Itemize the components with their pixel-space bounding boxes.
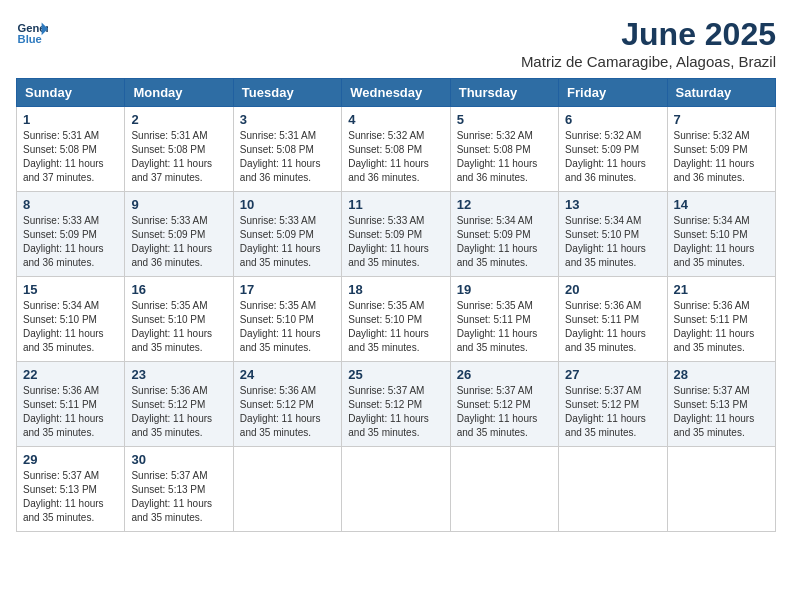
day-info: Sunrise: 5:36 AM Sunset: 5:11 PM Dayligh… [565, 299, 660, 355]
day-number: 1 [23, 112, 118, 127]
day-info: Sunrise: 5:31 AM Sunset: 5:08 PM Dayligh… [240, 129, 335, 185]
day-info: Sunrise: 5:37 AM Sunset: 5:12 PM Dayligh… [348, 384, 443, 440]
day-number: 7 [674, 112, 769, 127]
day-info: Sunrise: 5:31 AM Sunset: 5:08 PM Dayligh… [23, 129, 118, 185]
day-info: Sunrise: 5:36 AM Sunset: 5:11 PM Dayligh… [23, 384, 118, 440]
day-number: 21 [674, 282, 769, 297]
calendar-cell: 16 Sunrise: 5:35 AM Sunset: 5:10 PM Dayl… [125, 277, 233, 362]
day-info: Sunrise: 5:35 AM Sunset: 5:10 PM Dayligh… [348, 299, 443, 355]
calendar-cell [450, 447, 558, 532]
calendar-cell: 15 Sunrise: 5:34 AM Sunset: 5:10 PM Dayl… [17, 277, 125, 362]
calendar-cell [342, 447, 450, 532]
week-row-1: 1 Sunrise: 5:31 AM Sunset: 5:08 PM Dayli… [17, 107, 776, 192]
calendar-cell: 3 Sunrise: 5:31 AM Sunset: 5:08 PM Dayli… [233, 107, 341, 192]
day-info: Sunrise: 5:32 AM Sunset: 5:08 PM Dayligh… [457, 129, 552, 185]
day-number: 9 [131, 197, 226, 212]
weekday-header-row: SundayMondayTuesdayWednesdayThursdayFrid… [17, 79, 776, 107]
day-info: Sunrise: 5:35 AM Sunset: 5:10 PM Dayligh… [131, 299, 226, 355]
day-info: Sunrise: 5:37 AM Sunset: 5:13 PM Dayligh… [674, 384, 769, 440]
day-number: 11 [348, 197, 443, 212]
day-number: 29 [23, 452, 118, 467]
calendar-cell: 11 Sunrise: 5:33 AM Sunset: 5:09 PM Dayl… [342, 192, 450, 277]
day-info: Sunrise: 5:35 AM Sunset: 5:11 PM Dayligh… [457, 299, 552, 355]
day-info: Sunrise: 5:35 AM Sunset: 5:10 PM Dayligh… [240, 299, 335, 355]
day-info: Sunrise: 5:37 AM Sunset: 5:12 PM Dayligh… [565, 384, 660, 440]
calendar-cell: 12 Sunrise: 5:34 AM Sunset: 5:09 PM Dayl… [450, 192, 558, 277]
day-number: 10 [240, 197, 335, 212]
day-number: 23 [131, 367, 226, 382]
calendar-cell: 26 Sunrise: 5:37 AM Sunset: 5:12 PM Dayl… [450, 362, 558, 447]
day-info: Sunrise: 5:37 AM Sunset: 5:13 PM Dayligh… [23, 469, 118, 525]
calendar-title: June 2025 [521, 16, 776, 53]
week-row-3: 15 Sunrise: 5:34 AM Sunset: 5:10 PM Dayl… [17, 277, 776, 362]
day-info: Sunrise: 5:32 AM Sunset: 5:09 PM Dayligh… [565, 129, 660, 185]
day-info: Sunrise: 5:33 AM Sunset: 5:09 PM Dayligh… [131, 214, 226, 270]
calendar-cell [667, 447, 775, 532]
calendar-cell: 25 Sunrise: 5:37 AM Sunset: 5:12 PM Dayl… [342, 362, 450, 447]
day-info: Sunrise: 5:36 AM Sunset: 5:11 PM Dayligh… [674, 299, 769, 355]
calendar-cell: 20 Sunrise: 5:36 AM Sunset: 5:11 PM Dayl… [559, 277, 667, 362]
day-number: 25 [348, 367, 443, 382]
calendar-cell: 1 Sunrise: 5:31 AM Sunset: 5:08 PM Dayli… [17, 107, 125, 192]
day-number: 19 [457, 282, 552, 297]
calendar-subtitle: Matriz de Camaragibe, Alagoas, Brazil [521, 53, 776, 70]
calendar-cell: 29 Sunrise: 5:37 AM Sunset: 5:13 PM Dayl… [17, 447, 125, 532]
title-area: June 2025 Matriz de Camaragibe, Alagoas,… [521, 16, 776, 70]
calendar-cell: 9 Sunrise: 5:33 AM Sunset: 5:09 PM Dayli… [125, 192, 233, 277]
calendar-cell: 2 Sunrise: 5:31 AM Sunset: 5:08 PM Dayli… [125, 107, 233, 192]
day-info: Sunrise: 5:34 AM Sunset: 5:10 PM Dayligh… [565, 214, 660, 270]
day-number: 13 [565, 197, 660, 212]
calendar-cell: 17 Sunrise: 5:35 AM Sunset: 5:10 PM Dayl… [233, 277, 341, 362]
calendar-cell: 27 Sunrise: 5:37 AM Sunset: 5:12 PM Dayl… [559, 362, 667, 447]
svg-text:Blue: Blue [18, 33, 42, 45]
calendar-cell [233, 447, 341, 532]
week-row-4: 22 Sunrise: 5:36 AM Sunset: 5:11 PM Dayl… [17, 362, 776, 447]
day-number: 28 [674, 367, 769, 382]
weekday-header-monday: Monday [125, 79, 233, 107]
day-info: Sunrise: 5:33 AM Sunset: 5:09 PM Dayligh… [240, 214, 335, 270]
week-row-5: 29 Sunrise: 5:37 AM Sunset: 5:13 PM Dayl… [17, 447, 776, 532]
calendar-cell: 10 Sunrise: 5:33 AM Sunset: 5:09 PM Dayl… [233, 192, 341, 277]
weekday-header-sunday: Sunday [17, 79, 125, 107]
day-info: Sunrise: 5:37 AM Sunset: 5:12 PM Dayligh… [457, 384, 552, 440]
day-info: Sunrise: 5:34 AM Sunset: 5:10 PM Dayligh… [674, 214, 769, 270]
calendar-cell: 30 Sunrise: 5:37 AM Sunset: 5:13 PM Dayl… [125, 447, 233, 532]
calendar-cell: 14 Sunrise: 5:34 AM Sunset: 5:10 PM Dayl… [667, 192, 775, 277]
day-number: 8 [23, 197, 118, 212]
day-info: Sunrise: 5:33 AM Sunset: 5:09 PM Dayligh… [23, 214, 118, 270]
day-number: 16 [131, 282, 226, 297]
day-info: Sunrise: 5:31 AM Sunset: 5:08 PM Dayligh… [131, 129, 226, 185]
day-number: 20 [565, 282, 660, 297]
day-info: Sunrise: 5:37 AM Sunset: 5:13 PM Dayligh… [131, 469, 226, 525]
day-number: 15 [23, 282, 118, 297]
weekday-header-friday: Friday [559, 79, 667, 107]
weekday-header-tuesday: Tuesday [233, 79, 341, 107]
day-number: 14 [674, 197, 769, 212]
calendar-cell: 6 Sunrise: 5:32 AM Sunset: 5:09 PM Dayli… [559, 107, 667, 192]
calendar-cell: 24 Sunrise: 5:36 AM Sunset: 5:12 PM Dayl… [233, 362, 341, 447]
day-number: 17 [240, 282, 335, 297]
day-number: 30 [131, 452, 226, 467]
day-info: Sunrise: 5:34 AM Sunset: 5:10 PM Dayligh… [23, 299, 118, 355]
calendar-cell [559, 447, 667, 532]
day-number: 26 [457, 367, 552, 382]
day-number: 22 [23, 367, 118, 382]
day-number: 6 [565, 112, 660, 127]
calendar-cell: 21 Sunrise: 5:36 AM Sunset: 5:11 PM Dayl… [667, 277, 775, 362]
calendar-cell: 13 Sunrise: 5:34 AM Sunset: 5:10 PM Dayl… [559, 192, 667, 277]
day-info: Sunrise: 5:32 AM Sunset: 5:08 PM Dayligh… [348, 129, 443, 185]
calendar-cell: 18 Sunrise: 5:35 AM Sunset: 5:10 PM Dayl… [342, 277, 450, 362]
day-number: 5 [457, 112, 552, 127]
day-number: 24 [240, 367, 335, 382]
day-number: 4 [348, 112, 443, 127]
day-info: Sunrise: 5:36 AM Sunset: 5:12 PM Dayligh… [240, 384, 335, 440]
calendar-cell: 22 Sunrise: 5:36 AM Sunset: 5:11 PM Dayl… [17, 362, 125, 447]
calendar-table: SundayMondayTuesdayWednesdayThursdayFrid… [16, 78, 776, 532]
weekday-header-saturday: Saturday [667, 79, 775, 107]
page-header: General Blue June 2025 Matriz de Camarag… [16, 16, 776, 70]
weekday-header-wednesday: Wednesday [342, 79, 450, 107]
day-number: 12 [457, 197, 552, 212]
calendar-cell: 5 Sunrise: 5:32 AM Sunset: 5:08 PM Dayli… [450, 107, 558, 192]
day-info: Sunrise: 5:34 AM Sunset: 5:09 PM Dayligh… [457, 214, 552, 270]
day-number: 3 [240, 112, 335, 127]
